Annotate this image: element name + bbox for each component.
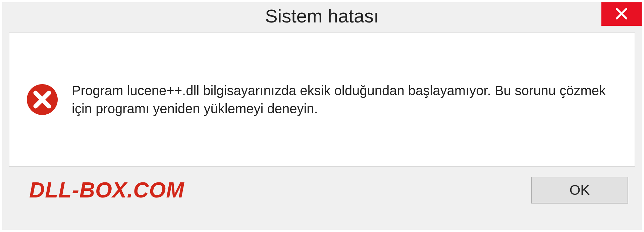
ok-button[interactable]: OK xyxy=(531,177,628,204)
titlebar: Sistem hatası xyxy=(2,2,642,33)
dialog-title: Sistem hatası xyxy=(265,5,379,27)
watermark-text: DLL-BOX.COM xyxy=(29,178,184,202)
error-message: Program lucene++.dll bilgisayarınızda ek… xyxy=(72,81,618,118)
close-button[interactable] xyxy=(601,2,642,26)
error-dialog: Sistem hatası Program lucene++.dll bilgi… xyxy=(2,2,642,230)
close-icon xyxy=(615,7,628,21)
content-panel: Program lucene++.dll bilgisayarınızda ek… xyxy=(9,33,635,167)
error-icon xyxy=(26,83,58,116)
dialog-footer: DLL-BOX.COM OK xyxy=(2,167,642,204)
